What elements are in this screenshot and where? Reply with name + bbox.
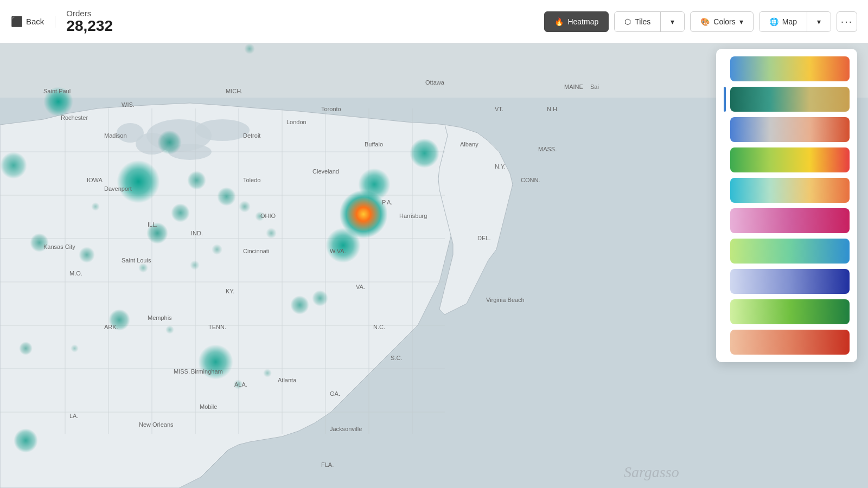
swatch-row	[724, 330, 850, 355]
swatch-8[interactable]	[730, 269, 850, 294]
no-indicator	[724, 147, 726, 172]
more-button[interactable]: ···	[837, 11, 857, 32]
colors-chevron-icon: ▾	[739, 17, 743, 26]
no-indicator	[724, 330, 726, 355]
svg-point-3	[195, 119, 250, 141]
tiles-dropdown-button[interactable]: ▾	[661, 12, 684, 31]
no-indicator	[724, 178, 726, 203]
tiles-icon: ⬡	[624, 17, 631, 26]
swatch-2[interactable]	[730, 87, 850, 112]
selected-indicator	[724, 87, 726, 112]
tiles-button[interactable]: ⬡ Tiles	[615, 12, 661, 31]
back-icon: ⬛	[11, 16, 23, 28]
map-icon: 🌐	[769, 17, 778, 26]
heatmap-icon: 🔥	[554, 17, 564, 26]
map-dropdown-button[interactable]: ▾	[807, 12, 831, 31]
swatch-row	[724, 56, 850, 81]
swatch-10[interactable]	[730, 330, 850, 355]
svg-point-6	[117, 123, 144, 143]
tiles-group: ⬡ Tiles ▾	[614, 11, 685, 32]
more-icon: ···	[841, 15, 853, 28]
no-indicator	[724, 269, 726, 294]
swatch-row	[724, 269, 850, 294]
chevron-down-icon: ▾	[671, 17, 674, 26]
back-button[interactable]: ⬛ Back	[11, 16, 55, 28]
swatch-6[interactable]	[730, 208, 850, 233]
swatch-9[interactable]	[730, 299, 850, 324]
swatch-7[interactable]	[730, 239, 850, 264]
swatch-row	[724, 178, 850, 203]
toolbar: 🔥 Heatmap ⬡ Tiles ▾ 🎨 Colors ▾ 🌐 Map ▾	[544, 11, 857, 32]
swatch-1[interactable]	[730, 56, 850, 81]
heatmap-button[interactable]: 🔥 Heatmap	[544, 11, 609, 32]
colors-button[interactable]: 🎨 Colors ▾	[690, 11, 753, 32]
swatch-row	[724, 117, 850, 142]
swatch-row	[724, 208, 850, 233]
svg-text:Sargasso: Sargasso	[624, 464, 679, 480]
orders-count: 28,232	[66, 18, 113, 35]
swatch-row	[724, 239, 850, 264]
heatmap-label: Heatmap	[567, 17, 598, 26]
map-label: Map	[782, 17, 797, 26]
map-group: 🌐 Map ▾	[759, 11, 831, 32]
no-indicator	[724, 56, 726, 81]
no-indicator	[724, 117, 726, 142]
back-label: Back	[26, 17, 44, 26]
tiles-label: Tiles	[635, 17, 650, 26]
map-area[interactable]: Sargasso	[0, 43, 868, 488]
header: ⬛ Back Orders 28,232 🔥 Heatmap ⬡ Tiles ▾…	[0, 0, 868, 43]
swatch-5[interactable]	[730, 178, 850, 203]
swatch-3[interactable]	[730, 117, 850, 142]
no-indicator	[724, 299, 726, 324]
colors-icon: 🎨	[700, 17, 710, 26]
swatch-row	[724, 299, 850, 324]
swatch-4[interactable]	[730, 147, 850, 172]
orders-label: Orders	[66, 9, 113, 18]
chevron-down-icon-map: ▾	[817, 17, 821, 26]
no-indicator	[724, 208, 726, 233]
orders-info: Orders 28,232	[66, 9, 113, 35]
no-indicator	[724, 239, 726, 264]
swatch-row	[724, 87, 850, 112]
swatch-row	[724, 147, 850, 172]
colors-panel	[716, 49, 857, 362]
map-button[interactable]: 🌐 Map	[760, 12, 807, 31]
colors-label: Colors	[713, 17, 735, 26]
